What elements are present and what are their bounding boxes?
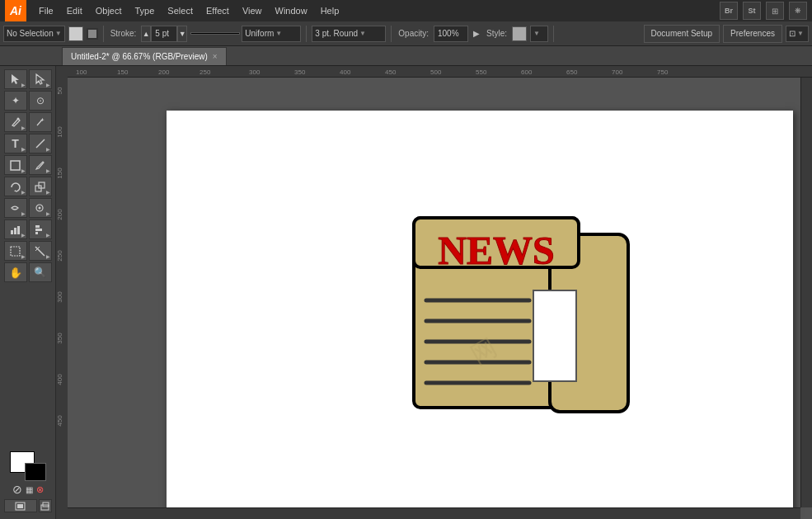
svg-line-18 [35, 247, 45, 256]
document-setup-button[interactable]: Document Setup [644, 25, 720, 43]
svg-rect-11 [11, 230, 13, 234]
left-toolbar: ▶ ▶ ✦ ⊙ ▶ + T ▶ [0, 66, 56, 519]
pen-arrow: ▶ [21, 125, 26, 130]
color-mode-icons: ⊘ ▦ ⊗ [12, 483, 44, 496]
direct-selection-tool-btn[interactable]: ▶ [29, 69, 52, 89]
pen-tool-btn[interactable]: ▶ [4, 112, 27, 132]
fill-color-box[interactable] [68, 26, 83, 41]
menu-file[interactable]: File [33, 4, 59, 17]
magic-wand-btn[interactable]: ✦ [4, 91, 27, 111]
svg-text:700: 700 [612, 68, 623, 76]
svg-text:250: 250 [56, 250, 63, 262]
separator-4 [553, 26, 554, 42]
svg-text:150: 150 [117, 68, 129, 76]
pencil-tool-btn[interactable]: ▶ [29, 155, 52, 175]
opacity-arrow[interactable]: ▶ [472, 29, 481, 38]
none-icon[interactable]: ⊗ [36, 484, 44, 495]
bar-graph-btn[interactable]: ▶ [29, 219, 52, 239]
stroke-up-btn[interactable]: ▲ [141, 26, 151, 42]
tab-close-btn[interactable]: × [213, 52, 218, 61]
menu-window[interactable]: Window [270, 4, 313, 17]
news-icon-container: NEWS 网 [406, 193, 645, 442]
brush-size-dropdown[interactable]: 3 pt. Round ▼ [312, 26, 386, 42]
svg-text:350: 350 [56, 333, 63, 344]
zoom-tool-btn[interactable]: 🔍 [29, 262, 52, 282]
selection-tool-arrow: ▶ [21, 82, 26, 87]
svg-text:150: 150 [56, 167, 63, 179]
document-tab[interactable]: Untitled-2* @ 66.67% (RGB/Preview) × [62, 47, 227, 65]
menu-edit[interactable]: Edit [61, 4, 88, 17]
type-tool-btn[interactable]: T ▶ [4, 134, 27, 153]
svg-text:300: 300 [249, 68, 260, 76]
svg-text:350: 350 [294, 68, 306, 76]
opacity-input[interactable]: 100% [434, 26, 468, 42]
svg-rect-22 [41, 505, 49, 510]
vertical-scrollbar[interactable] [800, 78, 812, 507]
lasso-tool-btn[interactable]: ⊙ [29, 91, 52, 111]
menu-type[interactable]: Type [129, 4, 161, 17]
svg-marker-0 [12, 74, 19, 84]
hand-tool-btn[interactable]: ✋ [4, 262, 27, 282]
artboard-tool-btn[interactable]: ▶ [4, 241, 27, 261]
st-icon[interactable]: St [743, 2, 761, 20]
rotate-tool-btn[interactable]: ▶ [4, 177, 27, 196]
main-area: ▶ ▶ ✦ ⊙ ▶ + T ▶ [0, 66, 812, 519]
style-color-box[interactable] [512, 26, 527, 41]
svg-marker-6 [14, 190, 16, 191]
horizontal-scrollbar[interactable] [68, 507, 800, 519]
selection-dropdown[interactable]: No Selection ▼ [3, 26, 65, 42]
screen-mode-btn[interactable] [4, 499, 37, 512]
svg-point-10 [39, 206, 41, 209]
menu-select[interactable]: Select [162, 4, 199, 17]
ruler-vertical: 50 100 150 200 250 300 350 400 450 [56, 66, 68, 519]
align-options[interactable]: ⊡ ▼ [786, 26, 809, 42]
slice-tool-btn[interactable]: ▶ [29, 241, 52, 261]
svg-marker-1 [36, 74, 44, 84]
title-bar: Ai File Edit Object Type Select Effect V… [0, 0, 812, 21]
svg-rect-21 [17, 504, 23, 508]
warp-tool-btn[interactable]: ▶ [4, 198, 27, 218]
menu-help[interactable]: Help [315, 4, 345, 17]
stroke-down-btn[interactable]: ▼ [177, 26, 187, 42]
svg-text:200: 200 [56, 209, 63, 220]
line-tool-btn[interactable]: ▶ [29, 134, 52, 153]
add-anchor-btn[interactable]: + [29, 112, 52, 132]
gradient-icon[interactable]: ▦ [26, 485, 33, 494]
stroke-style-dropdown[interactable]: Uniform ▼ [242, 26, 301, 42]
arrange-btn[interactable] [39, 499, 52, 512]
canvas-scroll: NEWS 网 [68, 78, 812, 519]
selection-tool-btn[interactable]: ▶ [4, 69, 27, 89]
ai-logo: Ai [5, 0, 26, 21]
align-icon: ⊡ [789, 29, 796, 38]
menu-object[interactable]: Object [90, 4, 128, 17]
stroke-style-area: Uniform ▼ [190, 26, 301, 42]
br-icon[interactable]: Br [720, 2, 738, 20]
svg-rect-14 [35, 225, 40, 228]
column-graph-btn[interactable]: ▶ [4, 219, 27, 239]
stroke-color-box[interactable] [87, 28, 98, 40]
scale-tool-btn[interactable]: ▶ [29, 177, 52, 196]
svg-text:450: 450 [385, 68, 397, 76]
stroke-stepper[interactable]: ▲ 5 pt ▼ [141, 26, 187, 42]
scale-arrow: ▶ [46, 189, 50, 195]
symbol-tool-btn[interactable]: ▶ [29, 198, 52, 218]
separator-3 [391, 26, 392, 42]
rect-tool-btn[interactable]: ▶ [4, 155, 27, 175]
color-none-icon[interactable]: ⊘ [12, 483, 22, 496]
brush-size-arrow: ▼ [359, 30, 366, 37]
svg-text:550: 550 [476, 68, 487, 76]
style-dropdown[interactable]: ▼ [530, 26, 548, 42]
tool-row-10: ✋ 🔍 [2, 262, 54, 282]
svg-text:+: + [40, 116, 45, 124]
menu-effect[interactable]: Effect [200, 4, 235, 17]
menu-view[interactable]: View [237, 4, 268, 17]
stroke-line-preview [190, 32, 240, 35]
stroke-swatch[interactable] [25, 463, 46, 481]
direct-sel-arrow: ▶ [46, 82, 50, 87]
pencil-arrow: ▶ [46, 167, 50, 173]
kuler-icon[interactable]: ❋ [789, 2, 807, 20]
tool-row-1: ▶ ▶ [2, 69, 54, 89]
grid-icon[interactable]: ⊞ [766, 2, 784, 20]
preferences-button[interactable]: Preferences [723, 25, 782, 43]
stroke-input[interactable]: 5 pt [151, 26, 177, 42]
